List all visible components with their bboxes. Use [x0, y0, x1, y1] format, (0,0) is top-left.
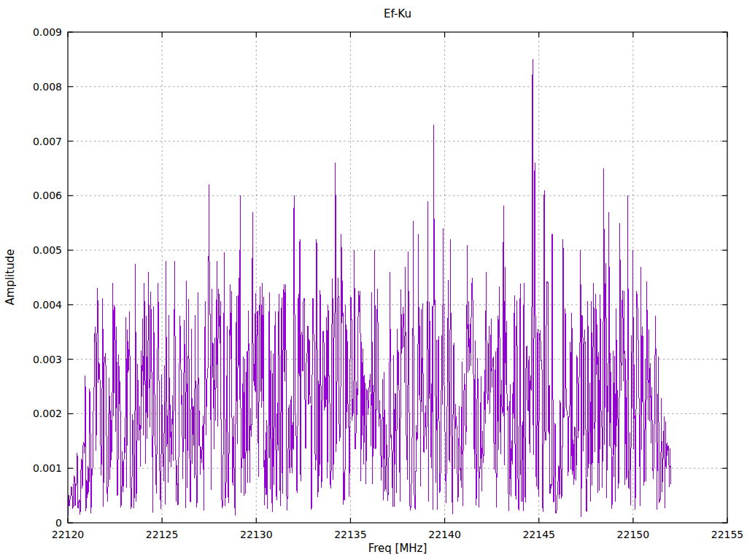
- y-axis-label: Amplitude: [4, 249, 17, 306]
- chart-title: Ef-Ku: [384, 7, 411, 20]
- x-tick-label: 22140: [428, 529, 461, 540]
- x-tick-label: 22155: [711, 529, 744, 540]
- x-tick-label: 22130: [240, 529, 273, 540]
- tick-labels: 2212022125221302213522140221452215022155…: [33, 26, 743, 540]
- y-tick-label: 0.005: [33, 244, 62, 256]
- y-tick-label: 0.008: [33, 81, 62, 93]
- y-tick-label: 0.006: [33, 190, 62, 201]
- y-tick-label: 0.001: [33, 462, 62, 474]
- y-tick-label: 0: [55, 517, 62, 529]
- spectrum-trace: [68, 59, 671, 517]
- x-tick-label: 22135: [334, 529, 367, 540]
- y-tick-label: 0.007: [33, 136, 62, 147]
- spectrum-chart: Ef-Ku Freq [MHz] Amplitude 2212022125221…: [0, 0, 747, 560]
- x-tick-label: 22150: [617, 529, 650, 540]
- y-tick-label: 0.002: [33, 408, 62, 419]
- x-tick-label: 22145: [522, 529, 555, 540]
- x-tick-label: 22125: [146, 529, 179, 540]
- y-tick-label: 0.009: [33, 26, 62, 38]
- plot-figure: Ef-Ku Freq [MHz] Amplitude 2212022125221…: [0, 0, 747, 560]
- x-axis-label: Freq [MHz]: [368, 542, 427, 555]
- y-tick-label: 0.003: [33, 354, 62, 365]
- data-trace: [68, 59, 671, 517]
- y-tick-label: 0.004: [33, 299, 62, 311]
- x-tick-label: 22120: [52, 529, 85, 540]
